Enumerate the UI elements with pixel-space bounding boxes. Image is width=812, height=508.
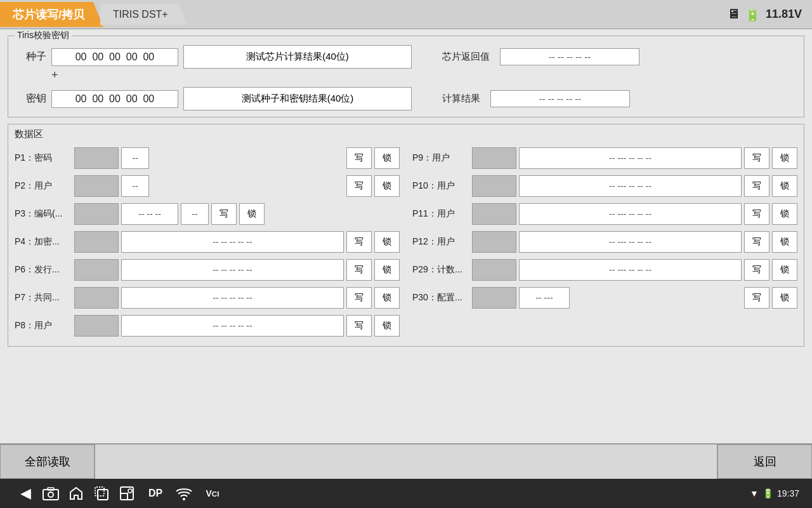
row-label-p3: P3：编码(... (15, 208, 72, 220)
p2-value: -- (121, 175, 149, 197)
device-icon: 🖥 (727, 7, 740, 22)
read-all-btn[interactable]: 全部读取 (0, 444, 95, 479)
table-row: P7：共同... -- -- -- -- -- 写 锁 (15, 284, 400, 312)
table-row: P11：用户 -- --- -- -- -- 写 锁 (412, 200, 797, 228)
back-btn[interactable]: 返回 (717, 444, 812, 479)
table-row: P30：配置... -- --- 写 锁 (412, 284, 797, 312)
p4-gray-box (74, 231, 119, 253)
nav-dp-btn[interactable]: DP (140, 481, 171, 506)
data-grid: P1：密码 -- 写 锁 P2：用户 -- 写 锁 (15, 144, 797, 340)
p3-write-btn[interactable]: 写 (211, 203, 237, 225)
svg-point-1 (48, 492, 53, 497)
p8-value: -- -- -- -- -- (121, 315, 344, 337)
svg-rect-3 (98, 490, 108, 500)
p7-lock-btn[interactable]: 锁 (374, 287, 400, 309)
p1-lock-btn[interactable]: 锁 (374, 147, 400, 169)
p12-value: -- --- -- -- -- (519, 231, 742, 253)
left-column: P1：密码 -- 写 锁 P2：用户 -- 写 锁 (15, 144, 400, 340)
p2-lock-btn[interactable]: 锁 (374, 175, 400, 197)
p7-write-btn[interactable]: 写 (346, 287, 372, 309)
chip-return-label: 芯片返回值 (442, 51, 490, 63)
top-bar: 芯片读写/拷贝 TIRIS DST+ 🖥 🔋 11.81V (0, 0, 812, 29)
p10-lock-btn[interactable]: 锁 (772, 175, 797, 197)
nav-camera-btn[interactable] (38, 481, 63, 506)
p1-value: -- (121, 147, 149, 169)
key-input[interactable] (51, 90, 178, 108)
p11-value: -- --- -- -- -- (519, 203, 742, 225)
key-label: 密钥 (15, 92, 46, 105)
p8-write-btn[interactable]: 写 (346, 315, 372, 337)
data-section: 数据区 P1：密码 -- 写 锁 P2：用户 (8, 124, 804, 347)
p4-lock-btn[interactable]: 锁 (374, 231, 400, 253)
p12-lock-btn[interactable]: 锁 (772, 231, 797, 253)
row-label-p4: P4：加密... (15, 236, 72, 248)
p6-value: -- -- -- -- -- (121, 259, 344, 281)
row-label-p7: P7：共同... (15, 292, 72, 304)
p9-write-btn[interactable]: 写 (744, 147, 769, 169)
nav-copy-btn[interactable] (89, 481, 114, 506)
chip-return-value: -- -- -- -- -- (500, 48, 639, 65)
nav-media-btn[interactable] (114, 481, 140, 506)
nav-vci-btn[interactable]: VCI (197, 481, 228, 506)
svg-rect-4 (95, 487, 104, 496)
p6-gray-box (74, 259, 119, 281)
p2-write-btn[interactable]: 写 (346, 175, 372, 197)
p7-gray-box (74, 287, 119, 309)
row-label-p30: P30：配置... (412, 292, 469, 304)
p12-gray-box (472, 231, 516, 253)
p30-lock-btn[interactable]: 锁 (772, 287, 797, 309)
row-label-p11: P11：用户 (412, 208, 469, 220)
table-row: P29：计数... -- --- -- -- -- 写 锁 (412, 256, 797, 284)
row-label-p12: P12：用户 (412, 236, 469, 248)
nav-wifi-btn[interactable] (171, 481, 197, 506)
p8-lock-btn[interactable]: 锁 (374, 315, 400, 337)
tab-chip-rw[interactable]: 芯片读写/拷贝 (0, 2, 103, 27)
seed-input[interactable] (51, 48, 178, 66)
p10-write-btn[interactable]: 写 (744, 175, 769, 197)
nav-status: ▼ 🔋 19:37 (750, 488, 799, 498)
nav-home-btn[interactable] (63, 481, 89, 506)
tiris-section: Tiris校验密钥 种子 测试芯片计算结果(40位) 芯片返回值 -- -- -… (8, 36, 804, 117)
p11-gray-box (472, 203, 516, 225)
battery-icon: 🔋 (745, 7, 761, 22)
p9-value: -- --- -- -- -- (519, 147, 742, 169)
p30-gray-box (472, 287, 516, 309)
p6-lock-btn[interactable]: 锁 (374, 259, 400, 281)
seed-label: 种子 (15, 50, 46, 64)
p3-value1: -- -- -- (121, 203, 178, 225)
p9-lock-btn[interactable]: 锁 (772, 147, 797, 169)
table-row: P1：密码 -- 写 锁 (15, 144, 400, 172)
p10-value: -- --- -- -- -- (519, 175, 742, 197)
nav-bar: ◀ DP VCI ▼ 🔋 (0, 479, 812, 508)
p9-gray-box (472, 147, 516, 169)
voltage-display: 11.81V (766, 8, 802, 21)
table-row: P3：编码(... -- -- -- -- 写 锁 (15, 200, 400, 228)
p12-write-btn[interactable]: 写 (744, 231, 769, 253)
p1-write-btn[interactable]: 写 (346, 147, 372, 169)
bottom-bar: 全部读取 返回 (0, 443, 812, 479)
calc-result-label: 计算结果 (442, 93, 480, 105)
table-row: P6：发行... -- -- -- -- -- 写 锁 (15, 256, 400, 284)
p8-gray-box (74, 315, 119, 337)
test-chip-btn[interactable]: 测试芯片计算结果(40位) (183, 45, 412, 69)
p11-write-btn[interactable]: 写 (744, 203, 769, 225)
nav-back-btn[interactable]: ◀ (13, 481, 38, 506)
tab-tiris[interactable]: TIRIS DST+ (100, 4, 187, 25)
battery-status-icon: 🔋 (763, 488, 773, 498)
table-row: P2：用户 -- 写 锁 (15, 172, 400, 200)
p11-lock-btn[interactable]: 锁 (772, 203, 797, 225)
row-label-p6: P6：发行... (15, 264, 72, 276)
p29-write-btn[interactable]: 写 (744, 259, 769, 281)
p6-write-btn[interactable]: 写 (346, 259, 372, 281)
svg-rect-0 (43, 490, 58, 500)
p29-lock-btn[interactable]: 锁 (772, 259, 797, 281)
tiris-section-title: Tiris校验密钥 (15, 30, 72, 41)
p4-write-btn[interactable]: 写 (346, 231, 372, 253)
table-row: P8：用户 -- -- -- -- -- 写 锁 (15, 312, 400, 340)
key-row: 密钥 测试种子和密钥结果(40位) 计算结果 -- -- -- -- -- (15, 87, 797, 110)
p30-write-btn[interactable]: 写 (744, 287, 769, 309)
p3-lock-btn[interactable]: 锁 (239, 203, 265, 225)
row-label-p8: P8：用户 (15, 320, 72, 331)
test-seed-btn[interactable]: 测试种子和密钥结果(40位) (183, 87, 412, 110)
time-display: 19:37 (777, 488, 799, 498)
